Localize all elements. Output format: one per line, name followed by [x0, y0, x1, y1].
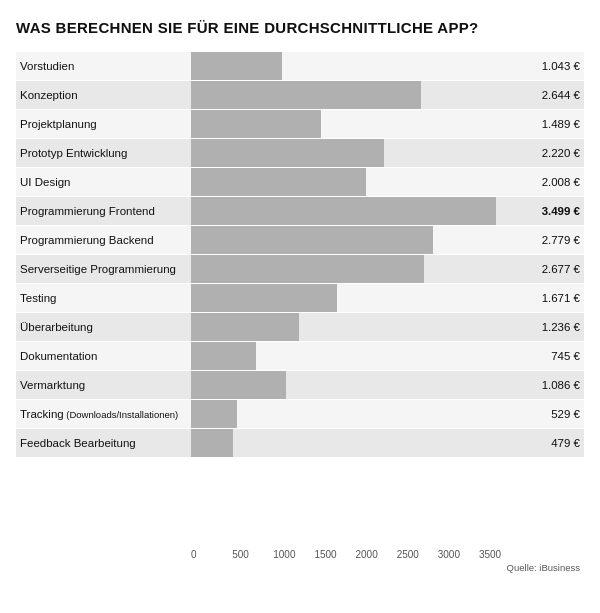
- bar-fill: [191, 429, 233, 457]
- table-row: Überarbeitung1.236 €: [16, 313, 584, 341]
- table-row: Prototyp Entwicklung2.220 €: [16, 139, 584, 167]
- table-row: Serverseitige Programmierung2.677 €: [16, 255, 584, 283]
- bar-fill: [191, 110, 321, 138]
- bar-label: Feedback Bearbeitung: [16, 437, 191, 449]
- table-row: Konzeption2.644 €: [16, 81, 584, 109]
- table-row: UI Design2.008 €: [16, 168, 584, 196]
- bar-value: 529 €: [524, 408, 584, 420]
- bar-track: [191, 168, 524, 196]
- bar-fill: [191, 139, 384, 167]
- bar-label: Serverseitige Programmierung: [16, 263, 191, 275]
- bar-fill: [191, 52, 282, 80]
- x-axis-tick: 0: [191, 549, 232, 560]
- x-axis-tick: 2500: [397, 549, 438, 560]
- x-axis-tick: 500: [232, 549, 273, 560]
- bar-value: 3.499 €: [524, 205, 584, 217]
- x-axis-tick: 3500: [479, 549, 520, 560]
- bar-fill: [191, 197, 496, 225]
- bar-value: 745 €: [524, 350, 584, 362]
- bar-label: Konzeption: [16, 89, 191, 101]
- bar-value: 2.644 €: [524, 89, 584, 101]
- table-row: Vermarktung1.086 €: [16, 371, 584, 399]
- bar-value: 2.220 €: [524, 147, 584, 159]
- bar-track: [191, 371, 524, 399]
- bar-track: [191, 226, 524, 254]
- bar-fill: [191, 226, 433, 254]
- table-row: Vorstudien1.043 €: [16, 52, 584, 80]
- chart-container: WAS BERECHNEN SIE FÜR EINE DURCHSCHNITTL…: [0, 0, 600, 613]
- x-axis-tick: 2000: [356, 549, 397, 560]
- chart-area: Vorstudien1.043 €Konzeption2.644 €Projek…: [16, 52, 584, 546]
- bar-track: [191, 81, 524, 109]
- bar-value: 1.236 €: [524, 321, 584, 333]
- bar-track: [191, 110, 524, 138]
- bar-value: 479 €: [524, 437, 584, 449]
- x-axis-tick: 1000: [273, 549, 314, 560]
- bar-fill: [191, 342, 256, 370]
- bar-fill: [191, 81, 421, 109]
- bar-track: [191, 313, 524, 341]
- bar-label: Vorstudien: [16, 60, 191, 72]
- bar-fill: [191, 313, 299, 341]
- bar-fill: [191, 255, 424, 283]
- bar-label: UI Design: [16, 176, 191, 188]
- bar-value: 1.671 €: [524, 292, 584, 304]
- bar-label: Testing: [16, 292, 191, 304]
- bar-label: Programmierung Frontend: [16, 205, 191, 217]
- bar-track: [191, 284, 524, 312]
- table-row: Feedback Bearbeitung479 €: [16, 429, 584, 457]
- table-row: Testing1.671 €: [16, 284, 584, 312]
- bar-label: Prototyp Entwicklung: [16, 147, 191, 159]
- x-axis-tick: 1500: [314, 549, 355, 560]
- bar-label: Vermarktung: [16, 379, 191, 391]
- x-axis-tick: 3000: [438, 549, 479, 560]
- bar-value: 1.489 €: [524, 118, 584, 130]
- table-row: Dokumentation745 €: [16, 342, 584, 370]
- table-row: Programmierung Frontend3.499 €: [16, 197, 584, 225]
- bar-fill: [191, 400, 237, 428]
- bar-label: Dokumentation: [16, 350, 191, 362]
- bar-track: [191, 429, 524, 457]
- bar-track: [191, 342, 524, 370]
- source-label: Quelle: iBusiness: [16, 562, 584, 573]
- table-row: Programmierung Backend2.779 €: [16, 226, 584, 254]
- chart-title: WAS BERECHNEN SIE FÜR EINE DURCHSCHNITTL…: [16, 18, 584, 38]
- bar-value: 2.677 €: [524, 263, 584, 275]
- bar-label: Überarbeitung: [16, 321, 191, 333]
- bar-fill: [191, 284, 337, 312]
- bar-track: [191, 52, 524, 80]
- bar-value: 1.086 €: [524, 379, 584, 391]
- bar-track: [191, 255, 524, 283]
- table-row: Tracking (Downloads/Installationen)529 €: [16, 400, 584, 428]
- bar-label: Programmierung Backend: [16, 234, 191, 246]
- bar-fill: [191, 371, 286, 399]
- bar-label: Tracking (Downloads/Installationen): [16, 408, 191, 420]
- bar-track: [191, 197, 524, 225]
- bar-track: [191, 139, 524, 167]
- x-axis: 0500100015002000250030003500: [16, 549, 584, 560]
- bar-label: Projektplanung: [16, 118, 191, 130]
- bar-fill: [191, 168, 366, 196]
- bar-track: [191, 400, 524, 428]
- bar-value: 2.008 €: [524, 176, 584, 188]
- table-row: Projektplanung1.489 €: [16, 110, 584, 138]
- bar-value: 2.779 €: [524, 234, 584, 246]
- bar-value: 1.043 €: [524, 60, 584, 72]
